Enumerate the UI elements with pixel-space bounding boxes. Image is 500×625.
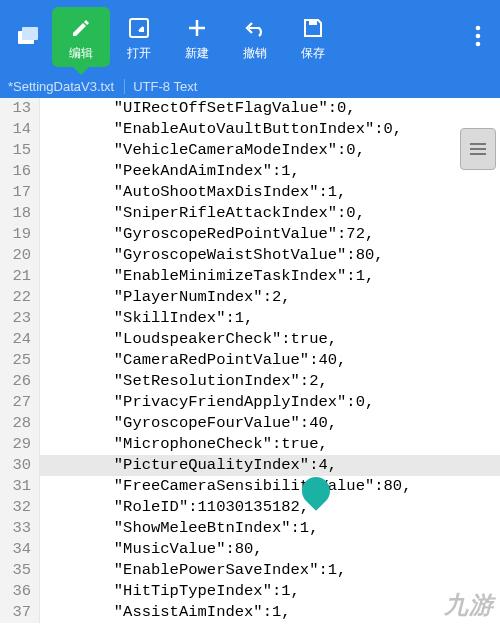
code-line[interactable]: 27 "PrivacyFriendApplyIndex":0, bbox=[0, 392, 500, 413]
line-content[interactable]: "UIRectOffSetFlagValue":0, bbox=[40, 98, 500, 119]
svg-point-6 bbox=[476, 42, 481, 47]
undo-icon bbox=[243, 13, 267, 43]
line-content[interactable]: "ShowMeleeBtnIndex":1, bbox=[40, 518, 500, 539]
code-line[interactable]: 32 "RoleID":11030135182, bbox=[0, 497, 500, 518]
line-content[interactable]: "PlayerNumIndex":2, bbox=[40, 287, 500, 308]
line-number: 15 bbox=[0, 140, 40, 161]
toolbar: 编辑 打开 新建 撤销 保存 bbox=[0, 0, 500, 74]
line-number: 22 bbox=[0, 287, 40, 308]
line-number: 29 bbox=[0, 434, 40, 455]
new-button[interactable]: 新建 bbox=[168, 7, 226, 67]
code-editor[interactable]: 13 "UIRectOffSetFlagValue":0,14 "EnableA… bbox=[0, 98, 500, 625]
line-content[interactable]: "FreeCameraSensibilityValue":80, bbox=[40, 476, 500, 497]
undo-label: 撤销 bbox=[243, 45, 267, 62]
new-label: 新建 bbox=[185, 45, 209, 62]
code-line[interactable]: 19 "GyroscopeRedPointValue":72, bbox=[0, 224, 500, 245]
line-number: 19 bbox=[0, 224, 40, 245]
save-button[interactable]: 保存 bbox=[284, 7, 342, 67]
line-number: 27 bbox=[0, 392, 40, 413]
code-line[interactable]: 24 "LoudspeakerCheck":true, bbox=[0, 329, 500, 350]
code-line[interactable]: 21 "EnableMinimizeTaskIndex":1, bbox=[0, 266, 500, 287]
file-tab[interactable]: *SettingDataV3.txt bbox=[8, 79, 114, 94]
line-content[interactable]: "EnableAutoVaultButtonIndex":0, bbox=[40, 119, 500, 140]
code-line[interactable]: 30 "PictureQualityIndex":4, bbox=[0, 455, 500, 476]
pencil-icon bbox=[71, 13, 91, 43]
line-content[interactable]: "HitTipTypeIndex":1, bbox=[40, 581, 500, 602]
line-content[interactable]: "PictureQualityIndex":4, bbox=[40, 455, 500, 476]
line-content[interactable]: "SetResolutionIndex":2, bbox=[40, 371, 500, 392]
files-button[interactable] bbox=[4, 7, 52, 67]
code-line[interactable]: 17 "AutoShootMaxDisIndex":1, bbox=[0, 182, 500, 203]
line-number: 26 bbox=[0, 371, 40, 392]
code-line[interactable]: 37 "AssistAimIndex":1, bbox=[0, 602, 500, 623]
line-content[interactable]: "AutoShootMaxDisIndex":1, bbox=[40, 182, 500, 203]
code-line[interactable]: 13 "UIRectOffSetFlagValue":0, bbox=[0, 98, 500, 119]
line-content[interactable]: "PrivacyFriendApplyIndex":0, bbox=[40, 392, 500, 413]
line-number: 37 bbox=[0, 602, 40, 623]
save-icon bbox=[303, 13, 323, 43]
overflow-menu-button[interactable] bbox=[460, 7, 496, 67]
line-number: 18 bbox=[0, 203, 40, 224]
line-number: 14 bbox=[0, 119, 40, 140]
line-content[interactable]: "SkillIndex":1, bbox=[40, 308, 500, 329]
line-content[interactable]: "AssistAimIndex":1, bbox=[40, 602, 500, 623]
line-content[interactable]: "GyroscopeFourValue":40, bbox=[40, 413, 500, 434]
open-button[interactable]: 打开 bbox=[110, 7, 168, 67]
line-content[interactable]: "EnablePowerSaveIndex":1, bbox=[40, 560, 500, 581]
code-line[interactable]: 14 "EnableAutoVaultButtonIndex":0, bbox=[0, 119, 500, 140]
line-content[interactable]: "MusicValue":80, bbox=[40, 539, 500, 560]
line-number: 17 bbox=[0, 182, 40, 203]
line-content[interactable]: "VehicleCameraModeIndex":0, bbox=[40, 140, 500, 161]
edit-button[interactable]: 编辑 bbox=[52, 7, 110, 67]
code-line[interactable]: 16 "PeekAndAimIndex":1, bbox=[0, 161, 500, 182]
svg-rect-1 bbox=[22, 27, 38, 40]
line-content[interactable]: "EnableMinimizeTaskIndex":1, bbox=[40, 266, 500, 287]
code-line[interactable]: 35 "EnablePowerSaveIndex":1, bbox=[0, 560, 500, 581]
line-number: 21 bbox=[0, 266, 40, 287]
line-content[interactable]: "PeekAndAimIndex":1, bbox=[40, 161, 500, 182]
kebab-icon bbox=[475, 21, 481, 51]
edit-label: 编辑 bbox=[69, 45, 93, 62]
line-number: 35 bbox=[0, 560, 40, 581]
line-number: 31 bbox=[0, 476, 40, 497]
line-content[interactable]: "GyroscopeRedPointValue":72, bbox=[40, 224, 500, 245]
code-line[interactable]: 36 "HitTipTypeIndex":1, bbox=[0, 581, 500, 602]
code-line[interactable]: 29 "MicrophoneCheck":true, bbox=[0, 434, 500, 455]
line-number: 13 bbox=[0, 98, 40, 119]
code-line[interactable]: 33 "ShowMeleeBtnIndex":1, bbox=[0, 518, 500, 539]
open-icon bbox=[128, 13, 150, 43]
line-number: 23 bbox=[0, 308, 40, 329]
line-content[interactable]: "SniperRifleAttackIndex":0, bbox=[40, 203, 500, 224]
plus-icon bbox=[186, 13, 208, 43]
line-content[interactable]: "MicrophoneCheck":true, bbox=[40, 434, 500, 455]
svg-rect-2 bbox=[130, 19, 148, 37]
svg-point-4 bbox=[476, 26, 481, 31]
code-line[interactable]: 34 "MusicValue":80, bbox=[0, 539, 500, 560]
code-line[interactable]: 15 "VehicleCameraModeIndex":0, bbox=[0, 140, 500, 161]
line-number: 16 bbox=[0, 161, 40, 182]
undo-button[interactable]: 撤销 bbox=[226, 7, 284, 67]
line-number: 33 bbox=[0, 518, 40, 539]
code-line[interactable]: 23 "SkillIndex":1, bbox=[0, 308, 500, 329]
code-line[interactable]: 31 "FreeCameraSensibilityValue":80, bbox=[0, 476, 500, 497]
code-line[interactable]: 18 "SniperRifleAttackIndex":0, bbox=[0, 203, 500, 224]
line-number: 30 bbox=[0, 455, 40, 476]
code-line[interactable]: 28 "GyroscopeFourValue":40, bbox=[0, 413, 500, 434]
save-label: 保存 bbox=[301, 45, 325, 62]
code-line[interactable]: 26 "SetResolutionIndex":2, bbox=[0, 371, 500, 392]
scroll-thumb[interactable] bbox=[460, 128, 496, 170]
svg-rect-3 bbox=[309, 20, 317, 25]
line-number: 32 bbox=[0, 497, 40, 518]
svg-point-5 bbox=[476, 34, 481, 39]
line-number: 36 bbox=[0, 581, 40, 602]
code-line[interactable]: 22 "PlayerNumIndex":2, bbox=[0, 287, 500, 308]
line-content[interactable]: "LoudspeakerCheck":true, bbox=[40, 329, 500, 350]
line-content[interactable]: "CameraRedPointValue":40, bbox=[40, 350, 500, 371]
code-line[interactable]: 25 "CameraRedPointValue":40, bbox=[0, 350, 500, 371]
code-line[interactable]: 20 "GyroscopeWaistShotValue":80, bbox=[0, 245, 500, 266]
line-content[interactable]: "GyroscopeWaistShotValue":80, bbox=[40, 245, 500, 266]
line-number: 25 bbox=[0, 350, 40, 371]
files-icon bbox=[16, 21, 40, 51]
line-content[interactable]: "RoleID":11030135182, bbox=[40, 497, 500, 518]
line-number: 20 bbox=[0, 245, 40, 266]
